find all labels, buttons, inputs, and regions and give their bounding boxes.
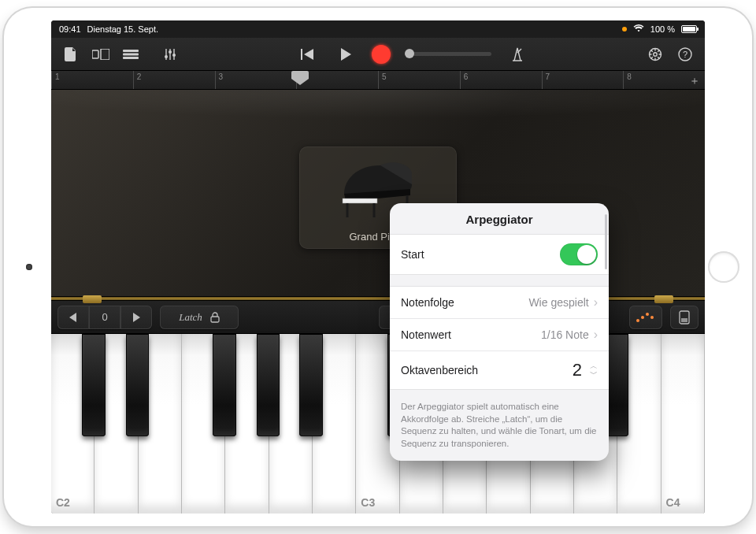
svg-text:?: ? bbox=[683, 50, 687, 59]
ruler-bar[interactable]: 3 bbox=[215, 71, 297, 89]
mic-indicator-dot bbox=[622, 27, 627, 32]
chevron-right-icon: › bbox=[594, 295, 598, 310]
popover-footer-text: Der Arpeggiator spielt automatisch eine … bbox=[390, 401, 609, 461]
note-order-row[interactable]: Notenfolge Wie gespielt › bbox=[390, 287, 609, 319]
scroll-indicator bbox=[605, 214, 607, 269]
svg-point-15 bbox=[636, 319, 639, 322]
octave-range-stepper[interactable]: 2 ︿ ﹀ bbox=[563, 360, 598, 380]
help-button[interactable]: ? bbox=[673, 43, 697, 65]
ipad-frame: 09:41 Dienstag 15. Sept. 100 % bbox=[4, 8, 752, 526]
ruler-bar[interactable]: 1 bbox=[51, 71, 133, 89]
tracks-button[interactable] bbox=[119, 43, 143, 65]
svg-rect-20 bbox=[681, 318, 687, 322]
octave-range-value: 2 bbox=[563, 360, 582, 380]
add-section-button[interactable]: ＋ bbox=[689, 74, 700, 88]
status-bar: 09:41 Dienstag 15. Sept. 100 % bbox=[51, 20, 705, 38]
play-button[interactable] bbox=[334, 43, 358, 65]
start-label: Start bbox=[401, 248, 424, 261]
mysongs-button[interactable] bbox=[59, 43, 83, 65]
stepper-down-icon[interactable]: ﹀ bbox=[590, 371, 598, 377]
settings-button[interactable] bbox=[643, 43, 667, 65]
svg-rect-3 bbox=[123, 53, 139, 55]
app-toolbar: ? bbox=[51, 38, 705, 71]
latch-label: Latch bbox=[179, 311, 202, 324]
ruler-bar[interactable]: 5 bbox=[378, 71, 460, 89]
rewind-button[interactable] bbox=[296, 43, 320, 65]
svg-rect-1 bbox=[101, 49, 109, 60]
metronome-button[interactable] bbox=[506, 43, 529, 65]
battery-pct: 100 % bbox=[650, 24, 675, 34]
svg-rect-4 bbox=[123, 57, 139, 59]
stepper-up-icon[interactable]: ︿ bbox=[590, 363, 598, 369]
svg-point-6 bbox=[169, 50, 172, 54]
arpeggiator-button[interactable] bbox=[629, 306, 662, 329]
octave-range-label: Oktavenbereich bbox=[401, 364, 478, 376]
master-volume-slider[interactable] bbox=[405, 52, 491, 56]
octave-value: 0 bbox=[89, 306, 120, 329]
white-key[interactable]: C2 bbox=[51, 334, 94, 514]
white-key[interactable] bbox=[269, 334, 313, 514]
octave-selector: 0 bbox=[57, 306, 152, 329]
status-date: Dienstag 15. Sept. bbox=[87, 24, 159, 34]
ruler-bar[interactable]: 6 bbox=[460, 71, 542, 89]
white-key[interactable] bbox=[617, 334, 661, 514]
svg-point-5 bbox=[165, 55, 168, 58]
white-key[interactable] bbox=[139, 334, 182, 514]
note-rate-row[interactable]: Notenwert 1/16 Note › bbox=[390, 319, 609, 351]
lock-icon bbox=[210, 312, 220, 323]
fx-button[interactable] bbox=[158, 43, 182, 65]
status-time: 09:41 bbox=[59, 24, 81, 34]
svg-point-7 bbox=[172, 54, 176, 57]
white-key[interactable] bbox=[225, 334, 269, 514]
ruler-bar[interactable]: 2 bbox=[133, 71, 215, 89]
keyboard-layout-button[interactable] bbox=[670, 306, 699, 329]
svg-rect-2 bbox=[123, 50, 139, 52]
record-button[interactable] bbox=[372, 45, 391, 64]
wifi-icon bbox=[633, 24, 644, 34]
octave-up-button[interactable] bbox=[120, 306, 152, 329]
white-key[interactable] bbox=[313, 334, 356, 514]
home-button[interactable] bbox=[708, 251, 739, 283]
white-key[interactable] bbox=[182, 334, 225, 514]
svg-point-17 bbox=[646, 313, 649, 316]
note-rate-value: 1/16 Note bbox=[541, 328, 589, 341]
key-label-c2: C2 bbox=[56, 496, 70, 509]
white-key[interactable] bbox=[94, 334, 138, 514]
arpeggiator-popover: Arpeggiator Start Notenfolge Wie gespiel… bbox=[390, 203, 609, 461]
chevron-right-icon: › bbox=[594, 328, 598, 342]
popover-title: Arpeggiator bbox=[390, 203, 609, 234]
screen: 09:41 Dienstag 15. Sept. 100 % bbox=[51, 20, 705, 514]
timeline-ruler[interactable]: 1 2 3 4 5 6 7 8 ＋ bbox=[51, 71, 705, 90]
key-label-c4: C4 bbox=[666, 496, 680, 509]
battery-icon bbox=[681, 25, 697, 33]
browser-button[interactable] bbox=[89, 43, 113, 65]
svg-rect-12 bbox=[343, 198, 377, 203]
arpeggiator-start-row: Start bbox=[390, 235, 609, 274]
svg-rect-0 bbox=[92, 50, 98, 58]
start-toggle[interactable] bbox=[560, 243, 598, 265]
white-key[interactable]: C4 bbox=[662, 334, 705, 514]
latch-button[interactable]: Latch bbox=[160, 306, 239, 329]
note-order-value: Wie gespielt bbox=[528, 296, 588, 309]
note-order-label: Notenfolge bbox=[401, 296, 454, 309]
octave-range-row: Oktavenbereich 2 ︿ ﹀ bbox=[390, 351, 609, 389]
svg-point-16 bbox=[641, 316, 644, 319]
key-label-c3: C3 bbox=[361, 496, 375, 509]
svg-rect-14 bbox=[211, 317, 219, 322]
front-camera bbox=[26, 264, 32, 270]
note-rate-label: Notenwert bbox=[401, 328, 451, 341]
octave-down-button[interactable] bbox=[57, 306, 89, 329]
svg-point-18 bbox=[650, 316, 654, 319]
svg-point-9 bbox=[654, 52, 657, 55]
ruler-bar[interactable]: 7 bbox=[542, 71, 624, 89]
